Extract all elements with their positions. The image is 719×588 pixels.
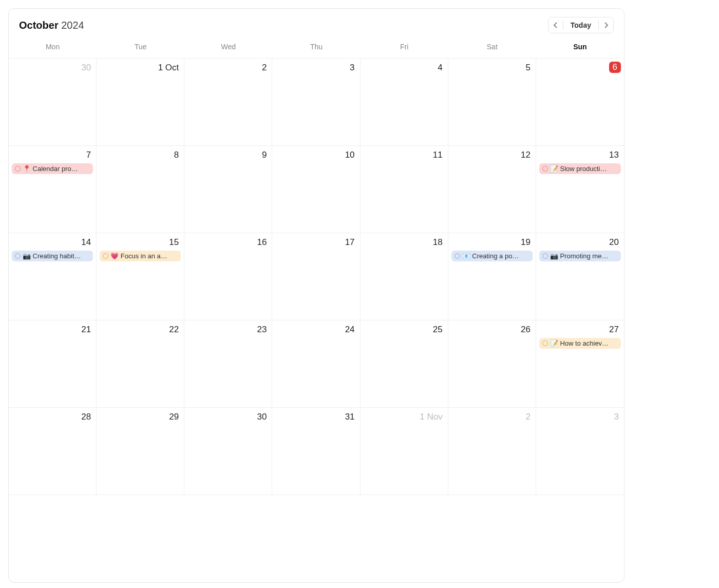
calendar-header: October 2024 Today bbox=[9, 9, 624, 37]
calendar-nav: Today bbox=[548, 17, 614, 33]
day-cell[interactable]: 18 bbox=[361, 233, 448, 320]
day-number: 10 bbox=[343, 149, 357, 161]
day-number: 7 bbox=[84, 149, 93, 161]
weekday-header: Mon bbox=[9, 40, 97, 56]
day-number: 2 bbox=[523, 411, 532, 423]
day-cell[interactable]: 8 bbox=[97, 146, 184, 233]
event-label: 📍 Calendar pro… bbox=[23, 165, 78, 173]
weekday-header: Thu bbox=[272, 40, 360, 56]
chevron-left-icon bbox=[553, 22, 559, 28]
day-cell[interactable]: 16 bbox=[184, 233, 272, 320]
day-number: 19 bbox=[519, 236, 533, 249]
status-circle-icon bbox=[542, 340, 548, 346]
day-number: 20 bbox=[607, 236, 621, 249]
day-cell[interactable]: 1 Oct bbox=[97, 59, 184, 146]
day-cell[interactable]: 27📝 How to achiev… bbox=[536, 320, 624, 408]
day-number: 26 bbox=[519, 324, 533, 336]
calendar-event[interactable]: 📝 Slow producti… bbox=[539, 163, 621, 174]
day-number: 17 bbox=[343, 236, 357, 249]
weekday-row: MonTueWedThuFriSatSun bbox=[9, 37, 624, 58]
day-number: 30 bbox=[255, 411, 269, 423]
day-number: 30 bbox=[79, 62, 93, 74]
status-circle-icon bbox=[542, 166, 548, 172]
day-cell[interactable]: 15💗 Focus in an a… bbox=[97, 233, 184, 320]
events-container: 📝 How to achiev… bbox=[539, 338, 621, 349]
chevron-right-icon bbox=[603, 22, 609, 28]
weekday-header: Sat bbox=[448, 40, 536, 56]
day-cell[interactable]: 19📧 Creating a po… bbox=[448, 233, 536, 320]
day-cell[interactable]: 17 bbox=[272, 233, 360, 320]
day-number: 21 bbox=[79, 324, 93, 336]
calendar-grid: 301 Oct234567📍 Calendar pro…8910111213📝 … bbox=[9, 58, 624, 582]
events-container: 📧 Creating a po… bbox=[451, 251, 533, 261]
day-cell[interactable]: 23 bbox=[184, 320, 272, 408]
day-cell[interactable]: 3 bbox=[536, 408, 624, 495]
day-cell[interactable]: 30 bbox=[9, 59, 97, 146]
day-cell[interactable]: 5 bbox=[448, 59, 536, 146]
event-label: 📧 Creating a po… bbox=[462, 252, 519, 260]
day-number: 27 bbox=[607, 324, 621, 336]
day-number: 4 bbox=[436, 62, 444, 74]
events-container: 📷 Creating habit… bbox=[12, 251, 93, 261]
day-number: 8 bbox=[172, 149, 181, 161]
day-cell[interactable]: 12 bbox=[448, 146, 536, 233]
day-cell[interactable]: 21 bbox=[9, 320, 97, 408]
day-cell[interactable]: 13📝 Slow producti… bbox=[536, 146, 624, 233]
day-cell[interactable]: 6 bbox=[536, 59, 624, 146]
status-circle-icon bbox=[103, 253, 108, 259]
day-number: 9 bbox=[260, 149, 269, 161]
calendar-event[interactable]: 📧 Creating a po… bbox=[451, 251, 533, 261]
next-month-button[interactable] bbox=[599, 17, 613, 33]
day-cell[interactable]: 20📷 Promoting me… bbox=[536, 233, 624, 320]
prev-month-button[interactable] bbox=[548, 17, 563, 33]
event-label: 📷 Promoting me… bbox=[550, 252, 609, 260]
day-cell[interactable]: 1 Nov bbox=[361, 408, 448, 495]
day-cell[interactable]: 10 bbox=[272, 146, 360, 233]
day-cell[interactable]: 28 bbox=[9, 408, 97, 495]
day-number: 25 bbox=[431, 324, 445, 336]
event-label: 📝 How to achiev… bbox=[550, 339, 609, 347]
day-cell[interactable]: 24 bbox=[272, 320, 360, 408]
day-number: 29 bbox=[167, 411, 181, 423]
day-number: 15 bbox=[167, 236, 181, 249]
month-title: October 2024 bbox=[19, 20, 84, 31]
calendar-event[interactable]: 📍 Calendar pro… bbox=[12, 163, 93, 174]
day-cell[interactable]: 30 bbox=[184, 408, 272, 495]
calendar-event[interactable]: 📝 How to achiev… bbox=[539, 338, 621, 349]
day-cell[interactable]: 7📍 Calendar pro… bbox=[9, 146, 97, 233]
day-cell[interactable]: 3 bbox=[272, 59, 360, 146]
day-cell[interactable]: 29 bbox=[97, 408, 184, 495]
day-number: 31 bbox=[343, 411, 357, 423]
calendar-event[interactable]: 💗 Focus in an a… bbox=[100, 251, 181, 261]
day-number: 1 Oct bbox=[156, 62, 181, 74]
events-container: 📝 Slow producti… bbox=[539, 163, 621, 174]
day-cell[interactable]: 25 bbox=[361, 320, 448, 408]
weekday-header: Fri bbox=[361, 40, 448, 56]
day-cell[interactable]: 22 bbox=[97, 320, 184, 408]
day-cell[interactable]: 31 bbox=[272, 408, 360, 495]
events-container: 📷 Promoting me… bbox=[539, 251, 621, 261]
events-container: 💗 Focus in an a… bbox=[100, 251, 181, 261]
weekday-header: Wed bbox=[184, 40, 272, 56]
day-number: 16 bbox=[255, 236, 269, 249]
day-number: 13 bbox=[607, 149, 621, 161]
day-cell[interactable]: 11 bbox=[361, 146, 448, 233]
day-number: 23 bbox=[255, 324, 269, 336]
day-cell[interactable]: 14📷 Creating habit… bbox=[9, 233, 97, 320]
calendar-event[interactable]: 📷 Creating habit… bbox=[12, 251, 93, 261]
day-cell[interactable]: 9 bbox=[184, 146, 272, 233]
events-container: 📍 Calendar pro… bbox=[12, 163, 93, 174]
day-number: 18 bbox=[431, 236, 445, 249]
status-circle-icon bbox=[15, 253, 21, 259]
today-button[interactable]: Today bbox=[563, 17, 598, 33]
event-label: 📝 Slow producti… bbox=[550, 165, 607, 173]
calendar-event[interactable]: 📷 Promoting me… bbox=[539, 251, 621, 261]
day-cell[interactable]: 4 bbox=[361, 59, 448, 146]
day-cell[interactable]: 2 bbox=[184, 59, 272, 146]
day-cell[interactable]: 2 bbox=[448, 408, 536, 495]
month-name: October bbox=[19, 20, 59, 31]
day-cell[interactable]: 26 bbox=[448, 320, 536, 408]
day-number: 5 bbox=[523, 62, 532, 74]
event-label: 📷 Creating habit… bbox=[23, 252, 81, 260]
day-number: 12 bbox=[519, 149, 533, 161]
